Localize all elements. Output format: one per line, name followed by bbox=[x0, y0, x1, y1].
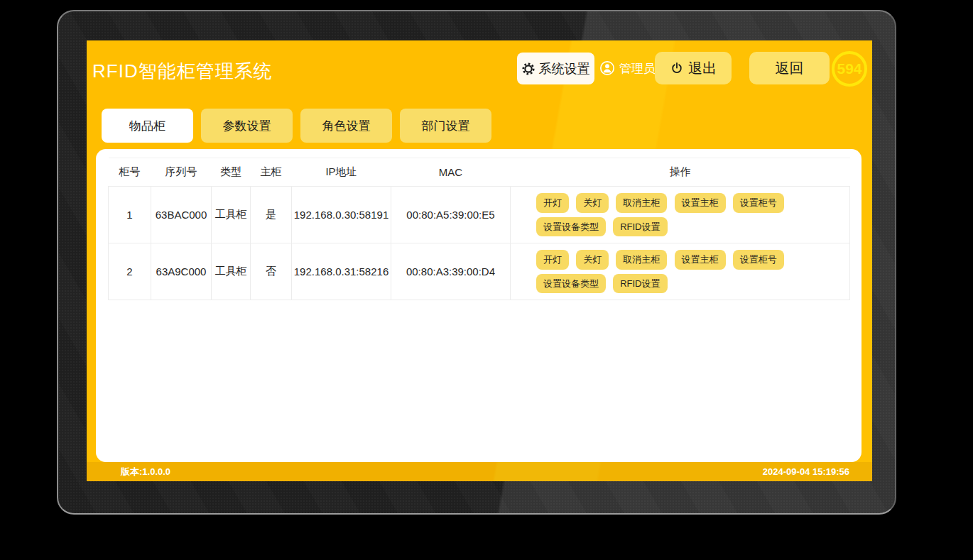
tab-label: 角色设置 bbox=[322, 118, 371, 134]
action-set-cabinet-no[interactable]: 设置柜号 bbox=[733, 193, 784, 213]
admin-user-label: 管理员 bbox=[619, 60, 656, 77]
action-set-device-type[interactable]: 设置设备类型 bbox=[536, 217, 606, 237]
page-title: RFID智能柜管理系统 bbox=[92, 59, 273, 84]
tab-label: 物品柜 bbox=[129, 118, 165, 134]
cell-main-cabinet: 是 bbox=[251, 187, 292, 243]
content-panel: 柜号 序列号 类型 主柜 IP地址 MAC 操作 1 63BAC000 bbox=[96, 149, 861, 462]
cell-type: 工具柜 bbox=[212, 187, 251, 243]
count-badge-value: 594 bbox=[837, 60, 861, 77]
cell-serial-no: 63BAC000 bbox=[151, 187, 212, 243]
cell-mac: 00:80:A5:39:00:E5 bbox=[391, 187, 511, 243]
back-label: 返回 bbox=[776, 59, 804, 78]
gear-icon bbox=[522, 62, 535, 75]
action-light-off[interactable]: 关灯 bbox=[576, 250, 609, 270]
cell-mac: 00:80:A3:39:00:D4 bbox=[391, 243, 511, 300]
action-cancel-main-cabinet[interactable]: 取消主柜 bbox=[616, 250, 667, 270]
tab-label: 部门设置 bbox=[422, 118, 470, 134]
system-settings-label: 系统设置 bbox=[539, 60, 590, 77]
tab-parameter-settings[interactable]: 参数设置 bbox=[201, 109, 293, 143]
count-badge: 594 bbox=[832, 51, 867, 87]
action-cancel-main-cabinet[interactable]: 取消主柜 bbox=[616, 193, 667, 213]
action-rfid-settings[interactable]: RFID设置 bbox=[613, 217, 667, 237]
cell-cabinet-no: 1 bbox=[109, 187, 151, 243]
cell-type: 工具柜 bbox=[212, 243, 251, 300]
person-icon bbox=[599, 60, 615, 76]
tab-role-settings[interactable]: 角色设置 bbox=[300, 109, 392, 143]
action-set-main-cabinet[interactable]: 设置主柜 bbox=[675, 250, 726, 270]
logout-label: 退出 bbox=[688, 59, 717, 78]
action-light-on[interactable]: 开灯 bbox=[536, 193, 569, 213]
col-header-serial-no: 序列号 bbox=[151, 158, 212, 187]
cell-ip-address: 192.168.0.31:58216 bbox=[292, 243, 391, 300]
col-header-cabinet-no: 柜号 bbox=[109, 158, 151, 187]
timestamp-label: 2024-09-04 15:19:56 bbox=[763, 466, 849, 477]
table-row: 1 63BAC000 工具柜 是 192.168.0.30:58191 00:8… bbox=[109, 187, 850, 243]
tab-label: 参数设置 bbox=[223, 118, 271, 134]
action-set-device-type[interactable]: 设置设备类型 bbox=[536, 274, 606, 294]
action-light-off[interactable]: 关灯 bbox=[576, 193, 609, 213]
col-header-operations: 操作 bbox=[511, 158, 850, 187]
app-screen: RFID智能柜管理系统 系统设置 管理员 bbox=[87, 40, 872, 481]
power-icon bbox=[670, 61, 684, 75]
table-header-row: 柜号 序列号 类型 主柜 IP地址 MAC 操作 bbox=[109, 158, 850, 187]
table-row: 2 63A9C000 工具柜 否 192.168.0.31:58216 00:8… bbox=[109, 243, 850, 300]
action-set-main-cabinet[interactable]: 设置主柜 bbox=[675, 193, 726, 213]
tab-department-settings[interactable]: 部门设置 bbox=[400, 109, 491, 143]
cell-ip-address: 192.168.0.30:58191 bbox=[292, 187, 391, 243]
admin-user[interactable]: 管理员 bbox=[599, 58, 656, 78]
back-button[interactable]: 返回 bbox=[749, 52, 830, 84]
cell-serial-no: 63A9C000 bbox=[151, 243, 212, 300]
cell-operations: 开灯 关灯 取消主柜 设置主柜 设置柜号 设置设备类型 RFID设置 bbox=[511, 243, 850, 300]
col-header-main-cabinet: 主柜 bbox=[251, 158, 292, 187]
status-bar: 版本:1.0.0.0 2024-09-04 15:19:56 bbox=[87, 462, 872, 481]
device-frame: RFID智能柜管理系统 系统设置 管理员 bbox=[57, 10, 896, 515]
col-header-mac: MAC bbox=[391, 158, 511, 187]
cabinet-table: 柜号 序列号 类型 主柜 IP地址 MAC 操作 1 63BAC000 bbox=[108, 158, 850, 300]
tab-bar: 物品柜 参数设置 角色设置 部门设置 bbox=[102, 109, 491, 143]
cell-cabinet-no: 2 bbox=[109, 243, 151, 300]
cell-main-cabinet: 否 bbox=[251, 243, 292, 300]
action-light-on[interactable]: 开灯 bbox=[536, 250, 569, 270]
cell-operations: 开灯 关灯 取消主柜 设置主柜 设置柜号 设置设备类型 RFID设置 bbox=[511, 187, 850, 243]
system-settings-button[interactable]: 系统设置 bbox=[517, 53, 594, 84]
col-header-ip-address: IP地址 bbox=[292, 158, 391, 187]
tab-item-cabinet[interactable]: 物品柜 bbox=[102, 109, 193, 143]
version-label: 版本:1.0.0.0 bbox=[121, 466, 170, 478]
action-set-cabinet-no[interactable]: 设置柜号 bbox=[733, 250, 784, 270]
logout-button[interactable]: 退出 bbox=[655, 52, 732, 84]
col-header-type: 类型 bbox=[212, 158, 251, 187]
action-rfid-settings[interactable]: RFID设置 bbox=[613, 274, 667, 294]
